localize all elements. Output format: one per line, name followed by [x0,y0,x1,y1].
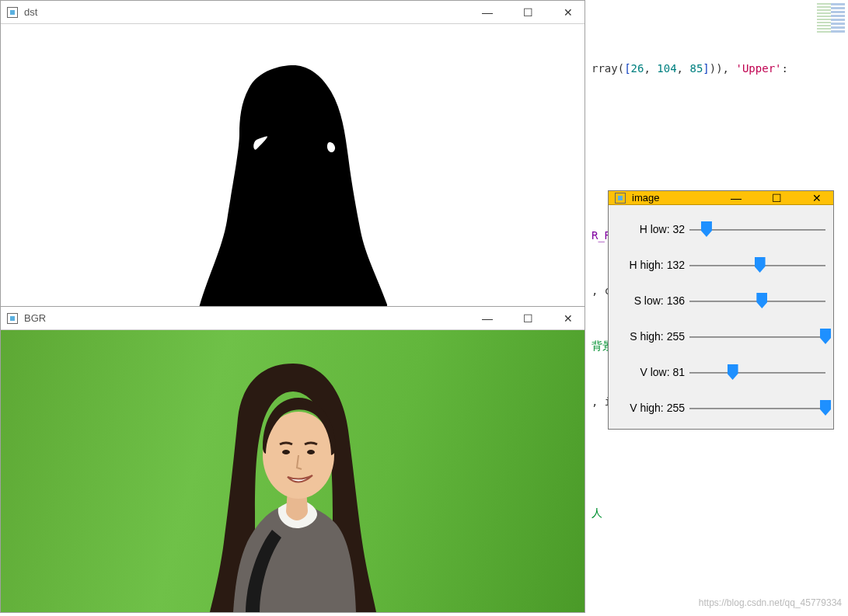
svg-point-1 [282,450,290,454]
app-icon [7,7,18,18]
close-button[interactable]: ✕ [557,6,580,19]
trackbar-s-high: S high: 255 [613,318,825,354]
trackbar-label: H low: 32 [613,223,689,235]
minimize-button[interactable]: — [476,6,499,19]
window-title: image [632,192,724,204]
maximize-button[interactable]: ☐ [516,6,539,19]
trackbar-label: S low: 136 [613,294,689,307]
code-line: 人 [592,504,842,523]
watermark-text: https://blog.csdn.net/qq_45779334 [699,597,842,608]
app-icon [615,193,626,204]
maximize-button[interactable]: ☐ [765,192,788,204]
titlebar-bgr[interactable]: BGR — ☐ ✕ [1,307,585,330]
close-button[interactable]: ✕ [557,312,580,325]
slider-thumb-icon[interactable] [755,257,766,273]
slider-thumb-icon[interactable] [701,221,712,237]
window-title: BGR [24,312,476,324]
code-line: rray([26, 104, 85])), 'Upper': [592,60,842,78]
minimize-button[interactable]: — [724,192,748,204]
slider-thumb-icon[interactable] [756,293,767,308]
trackbar-label: H high: 132 [613,259,689,271]
slider-thumb-icon[interactable] [728,364,738,380]
slider-thumb-icon[interactable] [820,400,831,416]
trackbar-s-low: S low: 136 [613,283,825,318]
titlebar-image[interactable]: image — ☐ ✕ [609,191,833,205]
svg-point-2 [307,450,315,454]
trackbar-label: S high: 255 [613,330,689,343]
window-dst: dst — ☐ ✕ [0,0,585,307]
trackbar-slider[interactable] [689,221,825,237]
titlebar-dst[interactable]: dst — ☐ ✕ [1,1,585,24]
trackbar-label: V high: 255 [613,402,689,414]
minimap-icon [817,2,845,33]
person-figure [173,356,414,612]
trackbar-slider[interactable] [689,293,825,308]
trackbar-slider[interactable] [689,329,825,344]
window-image-trackbars: image — ☐ ✕ H low: 32 H high: 132 S low:… [608,190,834,430]
dst-image-canvas [1,24,585,306]
maximize-button[interactable]: ☐ [516,312,539,325]
window-title: dst [24,6,476,18]
mask-silhouette [165,65,421,306]
minimize-button[interactable]: — [476,312,499,325]
trackbar-v-low: V low: 81 [613,354,825,390]
trackbar-h-high: H high: 132 [613,247,825,283]
slider-thumb-icon[interactable] [820,329,831,344]
trackbar-label: V low: 81 [613,366,689,378]
close-button[interactable]: ✕ [805,192,829,204]
trackbar-h-low: H low: 32 [613,211,825,247]
trackbar-slider[interactable] [689,400,825,416]
trackbar-panel: H low: 32 H high: 132 S low: 136 S high:… [609,205,833,429]
bgr-image-canvas [1,330,585,612]
app-icon [7,313,18,324]
trackbar-slider[interactable] [689,364,825,380]
window-bgr: BGR — ☐ ✕ [0,306,585,613]
trackbar-slider[interactable] [689,257,825,273]
trackbar-v-high: V high: 255 [613,390,825,426]
